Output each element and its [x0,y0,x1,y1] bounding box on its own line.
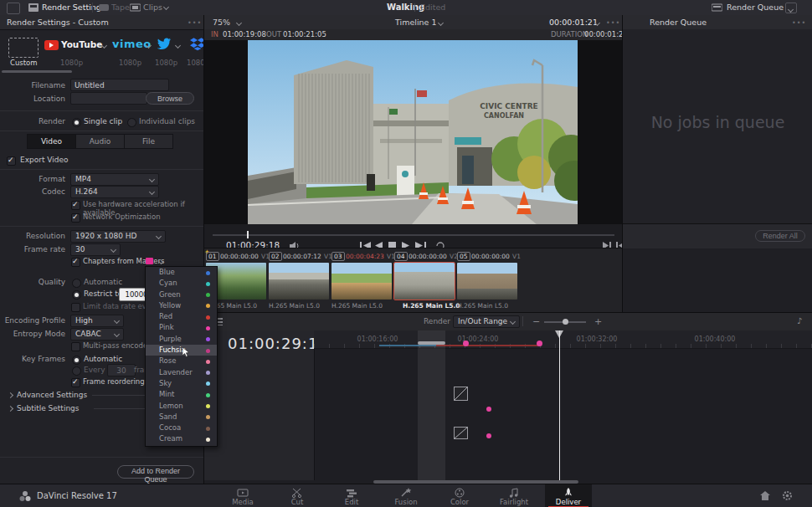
dropdown-option-mint[interactable]: Mint [146,389,217,400]
render-settings-button[interactable]: Render Settings [42,3,105,12]
preset-custom-icon[interactable] [8,38,39,58]
zoom-slider-handle[interactable] [563,319,568,325]
dropdown-option-purple[interactable]: Purple [146,334,217,345]
tab-audio[interactable]: Audio [75,134,125,149]
tab-video[interactable]: Video [27,134,76,149]
tab-file[interactable]: File [124,134,173,149]
nav-page-cut[interactable]: Cut [274,484,321,507]
multipass-label: Multi-pass encode [83,341,147,350]
render-range-select[interactable]: In/Out Range [453,315,520,328]
keyframes-automatic-radio[interactable] [72,356,81,365]
preset-vimeo-label[interactable]: vimeo [112,38,152,50]
single-clip-label[interactable]: Single clip [84,117,122,125]
clips-button[interactable]: Clips [143,3,162,12]
render-settings-panel-header: Render Settings - Custom [0,15,203,30]
keyframes-every-radio[interactable] [72,366,81,376]
annotation-icon[interactable] [7,3,20,14]
playhead-line[interactable] [559,330,560,480]
viewer-menu-icon[interactable] [606,15,620,30]
zoom-in-button[interactable]: + [594,316,602,327]
nav-page-edit[interactable]: Edit [328,484,375,507]
panel-menu-icon[interactable] [188,15,202,30]
dropdown-option-fuchsia[interactable]: Fuchsia [146,345,217,356]
clip-thumbnail[interactable] [394,263,455,300]
dropdown-option-lemon[interactable]: Lemon [146,401,217,412]
dropdown-option-sand[interactable]: Sand [146,412,217,422]
format-select[interactable]: MP4 [70,173,159,186]
nav-page-fusion[interactable]: Fusion [383,484,429,507]
dropdown-option-sky[interactable]: Sky [146,378,217,389]
export-video-checkbox[interactable] [7,156,16,166]
dropdown-option-cyan[interactable]: Cyan [146,278,217,289]
preset-youtube-label[interactable]: YouTube [61,39,102,49]
transition-icon[interactable] [454,387,468,401]
toolbar-divider [522,316,523,326]
hw-accel-checkbox[interactable] [71,201,80,210]
network-opt-checkbox[interactable] [71,213,80,223]
single-clip-radio[interactable] [72,118,81,127]
zoom-out-button[interactable]: − [532,316,540,327]
viewer-timeline-select[interactable]: Timeline 1 [395,15,436,29]
framerate-select[interactable]: 30 [70,243,121,256]
clip-thumbnail[interactable] [457,263,517,300]
keyframes-value-input[interactable] [107,364,136,376]
gear-icon[interactable] [782,490,793,501]
codec-select[interactable]: H.264 [70,186,159,198]
multipass-checkbox[interactable] [71,342,80,351]
timeline-marker[interactable] [537,341,542,346]
browse-button[interactable]: Browse [146,92,194,105]
clip-marker[interactable] [486,433,491,438]
dropdown-option-green[interactable]: Green [146,289,217,300]
dropdown-option-blue[interactable]: Blue [146,267,217,278]
render-queue-menu-icon[interactable] [792,15,806,30]
advanced-settings-toggle[interactable]: Advanced Settings [17,391,87,399]
twitter-icon[interactable] [157,37,172,50]
viewer-zoom-select[interactable]: 75% [213,18,230,27]
dropdown-option-yellow[interactable]: Yellow [146,300,217,311]
nav-page-media[interactable]: Media [219,484,266,507]
clip-thumbnail[interactable] [331,263,392,300]
render-all-button[interactable]: Render All [755,230,805,242]
color-dot-icon [206,282,210,286]
nav-page-color[interactable]: Color [436,484,483,507]
quality-restrict-radio[interactable] [72,290,81,300]
individual-clips-radio[interactable] [127,118,136,127]
title-divider [414,3,415,12]
individual-clips-label[interactable]: Individual clips [139,117,195,125]
dropdown-option-cream[interactable]: Cream [146,433,217,444]
location-input[interactable] [70,92,147,105]
marker-color-swatch[interactable] [146,258,153,264]
add-to-render-queue-button[interactable]: Add to Render Queue [117,465,194,479]
viewer-seekbar[interactable] [213,234,614,236]
youtube-icon[interactable] [44,40,59,50]
presets-scrollbar[interactable] [2,70,72,73]
frame-reordering-checkbox[interactable] [71,378,80,387]
entropy-mode-select[interactable]: CABAC [70,328,124,341]
clip-marker[interactable] [486,407,491,412]
clip-thumbnail[interactable] [269,263,329,300]
dropdown-option-lavender[interactable]: Lavender [146,367,217,378]
encoding-profile-select[interactable]: High [70,315,124,327]
dropdown-option-pink[interactable]: Pink [146,322,217,333]
tape-button[interactable]: Tape [111,3,130,12]
render-queue-toggle-button[interactable]: Render Queue [727,3,784,12]
subtitle-settings-toggle[interactable]: Subtitle Settings [17,404,80,412]
dropdown-option-cocoa[interactable]: Cocoa [146,422,217,433]
timeline-marker[interactable] [463,341,469,346]
dropdown-option-red[interactable]: Red [146,311,217,322]
panel-toggle-icon[interactable] [785,3,797,13]
filename-input[interactable] [70,79,169,91]
transition-icon[interactable] [454,427,468,439]
home-icon[interactable] [760,491,770,500]
dropdown-option-rose[interactable]: Rose [146,356,217,366]
quality-automatic-radio[interactable] [72,279,81,288]
resolution-select[interactable]: 1920 x 1080 HD [70,230,166,243]
audio-waveform-icon[interactable]: ♪ [797,316,802,325]
preset-custom-label[interactable]: Custom [10,59,38,67]
limit-data-rate-checkbox[interactable] [71,303,80,312]
viewer-playhead[interactable] [247,231,249,238]
nav-page-deliver[interactable]: Deliver [545,484,592,507]
dropdown-option-label: Lemon [159,402,183,410]
chapters-checkbox[interactable] [71,258,80,267]
nav-page-fairlight[interactable]: Fairlight [491,484,537,507]
